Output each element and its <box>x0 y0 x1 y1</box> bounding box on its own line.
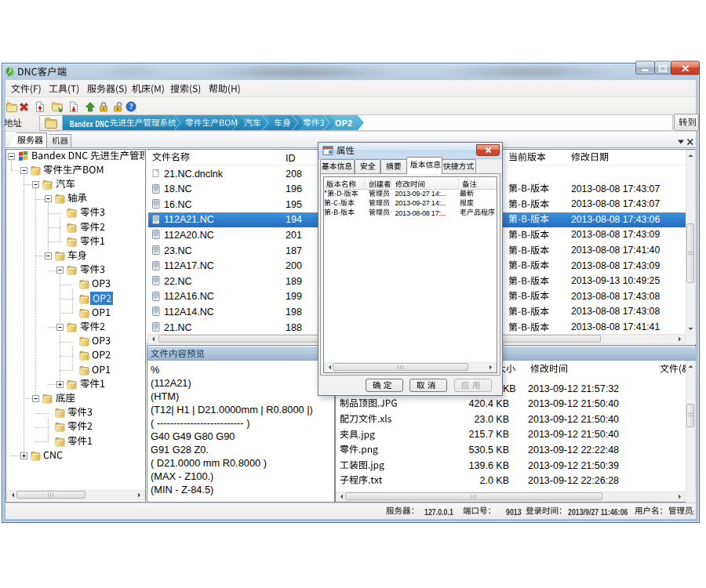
svg-text:?: ? <box>129 103 133 111</box>
